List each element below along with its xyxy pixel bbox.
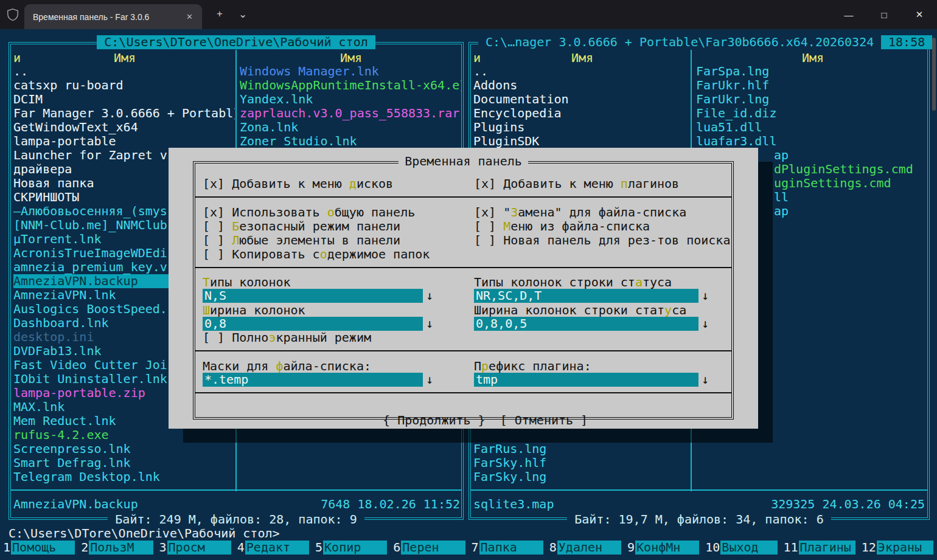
file-item[interactable]: FarUkr.lng [696, 92, 928, 106]
left-panel-path[interactable]: C:\Users\DTore\OneDrive\Рабочий стол [97, 35, 375, 49]
checkbox-safe-panel-mode[interactable]: [ ] Безопасный режим панели [203, 220, 400, 233]
file-item[interactable]: FarSpa.lng [696, 64, 928, 78]
file-item[interactable]: lua51.dll [696, 120, 928, 134]
fkey-8[interactable]: 8Удален [548, 541, 621, 555]
hotkey-letter: а [635, 275, 643, 289]
fkey-5[interactable]: 5Копир [313, 541, 387, 555]
checkbox-state: [x] [203, 176, 232, 191]
file-item[interactable]: Windows Manager.lnk [240, 64, 461, 78]
tab-close-icon[interactable]: ✕ [182, 11, 197, 22]
file-item[interactable]: Far Manager 3.0.6666 + Portabl} [13, 106, 235, 120]
history-dropdown-icon[interactable]: ↓ [702, 373, 709, 387]
label-column-widths: Ширина колонок [203, 303, 305, 317]
file-item[interactable]: catsxp ru-board [13, 78, 235, 92]
checkbox-add-to-plugins-menu[interactable]: [x] Добавить к меню плагинов [474, 177, 679, 191]
hotkey-letter: о [320, 247, 327, 261]
fkey-3[interactable]: 3Просм [158, 541, 231, 555]
minimize-button[interactable]: — [831, 0, 866, 29]
file-item[interactable]: FarSky.lng [473, 470, 689, 484]
file-item[interactable]: Encyclopedia [473, 106, 689, 120]
file-item[interactable]: dPluginSettings.cmd [774, 162, 928, 176]
history-dropdown-icon[interactable]: ↓ [702, 317, 709, 331]
file-item[interactable]: .. [473, 64, 689, 78]
file-item[interactable]: ll [774, 190, 928, 204]
checkbox-copy-folder-contents[interactable]: [ ] Копировать содержимое папок [203, 247, 430, 261]
right-panel-path[interactable]: C:\…nager 3.0.6666 + Portable\Far30b6666… [478, 35, 881, 49]
checkbox-state: [x] [474, 205, 503, 220]
title-bar: Временная панель - Far 3.0.6 ✕ + ⌄ — □ ✕ [0, 0, 937, 29]
file-item[interactable]: Plugins [473, 120, 689, 134]
checkbox-use-common-panel[interactable]: [x] Использовать общую панель [203, 206, 415, 220]
checkbox-any-items-in-panel[interactable]: [ ] Любые элементы в панели [203, 233, 400, 247]
fkey-7[interactable]: 7Папка [470, 541, 543, 555]
file-item[interactable]: Telegram Desktop.lnk [13, 470, 235, 484]
fkey-9[interactable]: 9КонфМн [625, 541, 699, 555]
status-column-types-input[interactable]: NR,SC,D,T [474, 289, 698, 303]
file-list-masks-input[interactable]: *.temp [203, 373, 423, 387]
checkbox-add-to-disks-menu[interactable]: [x] Добавить к меню дисков [203, 177, 393, 191]
close-button[interactable]: ✕ [902, 0, 937, 29]
checkbox-fullscreen-mode[interactable]: [ ] Полноэкранный режим [203, 331, 371, 345]
checkbox-new-panel-for-search-results[interactable]: [ ] Новая панель для рез-тов поиска [474, 233, 730, 247]
label-text: Маски для [203, 359, 276, 373]
maximize-button[interactable]: □ [866, 0, 902, 29]
command-line[interactable]: C:\Users\DTore\OneDrive\Рабочий стол> [9, 527, 280, 541]
right-file-list-col2-tails: apdPluginSettings.cmduginSettings.cmdlla… [774, 148, 928, 218]
checkbox-label: Добавить к меню [503, 176, 621, 191]
file-item[interactable]: PluginSDK [473, 134, 689, 148]
plugin-prefix-input[interactable]: tmp [474, 373, 698, 387]
file-item[interactable]: DCIM [13, 92, 235, 106]
hotkey-letter: Л [232, 233, 239, 247]
file-item[interactable]: FarRus.lng [473, 442, 689, 456]
file-item[interactable]: FarSky.hlf [473, 456, 689, 470]
hotkey-letter: З [510, 205, 518, 220]
dialog-separator [195, 350, 731, 351]
column-widths-input[interactable]: 0,8 [203, 317, 423, 331]
file-item[interactable]: GetWindowText_x64 [13, 120, 235, 134]
window-tab[interactable]: Временная панель - Far 3.0.6 ✕ [24, 4, 202, 29]
file-item[interactable]: Zoner Studio.lnk [240, 134, 461, 148]
checkbox-replace-file-list[interactable]: [x] "Замена" для файла-списка [474, 206, 686, 220]
file-item[interactable]: Addons [473, 78, 689, 92]
fkey-4[interactable]: 4Редакт [235, 541, 309, 555]
column-types-input[interactable]: N,S [203, 289, 423, 303]
fkey-10[interactable]: 10Выход [703, 541, 777, 555]
history-dropdown-icon[interactable]: ↓ [426, 317, 433, 331]
file-item[interactable]: Zona.lnk [240, 120, 461, 134]
new-tab-button[interactable]: + [217, 8, 223, 20]
file-item[interactable]: luafar3.dll [696, 134, 928, 148]
file-item[interactable]: zaprlauch.v3.0_pass_558833.rar [240, 106, 461, 120]
cancel-button[interactable]: [ Отменить ] [500, 413, 588, 427]
fkey-6[interactable]: 6Перен [391, 541, 465, 555]
continue-button[interactable]: { Продолжить } [383, 413, 486, 427]
fkey-1[interactable]: 1Помощь [1, 541, 75, 555]
file-item[interactable]: Smart Defrag.lnk [13, 456, 235, 470]
file-item[interactable]: ap [774, 148, 928, 162]
file-item[interactable]: lampa-portable [13, 134, 235, 148]
file-item[interactable]: File_id.diz [696, 106, 928, 120]
fkey-2[interactable]: 2ПользМ [79, 541, 153, 555]
file-item[interactable]: uginSettings.cmd [774, 176, 928, 190]
file-item[interactable]: FarUkr.hlf [696, 78, 928, 92]
fkey-12[interactable]: 12Экраны [860, 541, 933, 555]
fkey-number: 10 [703, 541, 720, 555]
file-item[interactable]: .. [13, 64, 235, 78]
file-item[interactable]: WindowsAppRuntimeInstall-x64.e} [240, 78, 461, 92]
tab-dropdown-chevron-icon[interactable]: ⌄ [239, 8, 247, 21]
dialog-separator [195, 392, 731, 393]
right-panel-status-separator [470, 489, 928, 491]
history-dropdown-icon[interactable]: ↓ [426, 373, 433, 387]
label-text: Ширина колонок строки стат [474, 303, 664, 317]
checkbox-menu-from-file-list[interactable]: [ ] Меню из файла-списка [474, 220, 650, 233]
file-item[interactable]: Screenpresso.lnk [13, 442, 235, 456]
dialog-title-wrap: Временная панель [193, 154, 734, 168]
file-item[interactable]: Yandex.lnk [240, 92, 461, 106]
scrollbar-thumb[interactable] [932, 38, 936, 111]
file-item[interactable]: Documentation [473, 92, 689, 106]
checkbox-label: Новая панель для рез-тов поиска [503, 233, 730, 247]
status-column-widths-input[interactable]: 0,8,0,5 [474, 317, 698, 331]
fkey-11[interactable]: 11Плагины [782, 541, 855, 555]
history-dropdown-icon[interactable]: ↓ [426, 289, 433, 303]
file-item[interactable]: ap [774, 204, 928, 218]
history-dropdown-icon[interactable]: ↓ [702, 289, 709, 303]
